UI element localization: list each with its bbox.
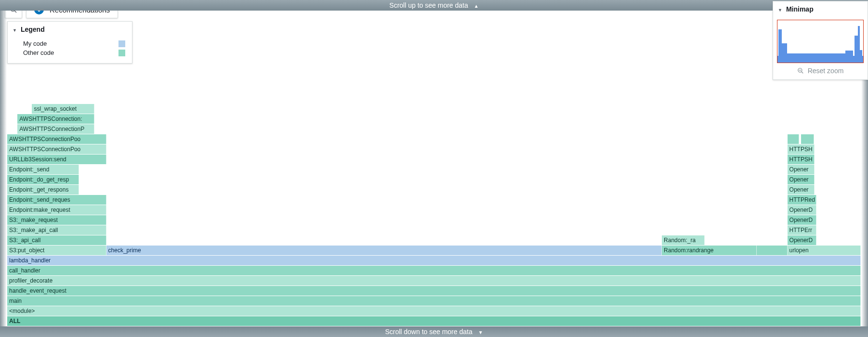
flame-cell[interactable] [788, 134, 800, 144]
flame-cell[interactable]: call_handler [7, 266, 861, 275]
flame-cell[interactable]: AWSHTTPSConnectionPoo [7, 134, 106, 144]
flame-cell[interactable]: HTTPSH [788, 144, 815, 154]
flame-cell[interactable]: <module> [7, 306, 861, 316]
flame-cell[interactable]: Opener [788, 185, 815, 194]
minimap-title: Minimap [786, 5, 814, 13]
flame-cell[interactable]: Random:_ra [662, 235, 705, 245]
flame-cell[interactable]: OpenerD [788, 235, 816, 245]
flame-cell[interactable]: ssl_wrap_socket [32, 104, 94, 114]
flame-cell[interactable]: URLLib3Session:send [7, 155, 106, 164]
flame-cell[interactable]: S3:_make_api_call [7, 225, 106, 235]
minimap-canvas[interactable] [777, 20, 864, 63]
flame-cell[interactable]: OpenerD [788, 205, 816, 215]
reset-zoom-label: Reset zoom [808, 67, 844, 75]
flame-cell[interactable]: Opener [788, 175, 815, 184]
arrow-down-icon [478, 328, 483, 336]
flame-cell[interactable] [801, 134, 814, 144]
flame-cell[interactable]: urlopen [788, 246, 861, 255]
flame-cell[interactable]: ALL [7, 316, 861, 326]
flame-cell[interactable]: AWSHTTPSConnectionP [17, 124, 94, 134]
flame-cell[interactable]: AWSHTTPSConnection: [17, 114, 94, 124]
caret-down-icon [778, 5, 783, 13]
flame-cell[interactable]: S3:_make_request [7, 215, 106, 225]
flame-cell[interactable]: S3:put_object [7, 246, 106, 255]
minimap-toggle[interactable]: Minimap [773, 1, 868, 17]
flame-graph[interactable]: ALL<module>mainhandle_event_requestprofi… [7, 104, 861, 326]
flame-cell[interactable]: Random:randrange [662, 246, 757, 255]
flame-cell[interactable]: HTTPSH [788, 155, 815, 164]
reset-zoom-button[interactable]: Reset zoom [777, 63, 864, 75]
flame-cell[interactable]: lambda_handler [7, 256, 861, 265]
flame-cell[interactable]: HTTPErr [788, 225, 816, 235]
flame-cell[interactable]: Endpoint:_get_respons [7, 185, 79, 194]
scroll-up-text: Scroll up to see more data [389, 1, 468, 9]
flame-cell[interactable]: OpenerD [788, 215, 816, 225]
flame-cell[interactable]: Endpoint:_do_get_resp [7, 175, 79, 184]
minimap-panel: Minimap Reset zoom [773, 1, 868, 80]
flame-cell[interactable]: main [7, 296, 861, 306]
flame-cell[interactable]: Endpoint:_send_reques [7, 195, 106, 205]
flame-cell[interactable]: check_prime [106, 246, 662, 255]
svg-line-4 [801, 72, 803, 74]
flame-cell[interactable]: Endpoint:make_request [7, 205, 106, 215]
scroll-down-banner[interactable]: Scroll down to see more data [0, 326, 868, 337]
flame-cell[interactable]: profiler_decorate [7, 276, 861, 285]
flame-cell[interactable]: Opener [788, 165, 815, 174]
flame-cell[interactable]: S3:_api_call [7, 235, 106, 245]
flame-cell[interactable]: handle_event_request [7, 286, 861, 296]
zoom-out-icon [797, 67, 804, 74]
flame-cell[interactable]: AWSHTTPSConnectionPoo [7, 144, 106, 154]
flame-cell[interactable] [757, 246, 788, 255]
scroll-down-text: Scroll down to see more data [385, 328, 472, 336]
scroll-up-banner[interactable]: Scroll up to see more data [0, 0, 868, 11]
flame-cell[interactable]: HTTPRed [788, 195, 816, 205]
arrow-up-icon [474, 1, 479, 9]
flame-cell[interactable]: Endpoint:_send [7, 165, 79, 174]
